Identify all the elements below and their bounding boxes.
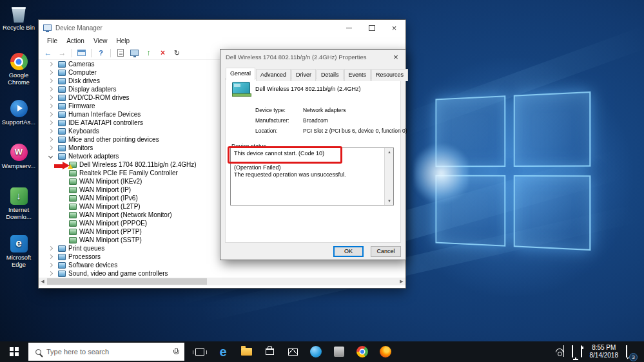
chevron-right-icon[interactable] [48, 263, 53, 267]
taskbar-search[interactable] [28, 343, 184, 361]
scrollbar-thumb[interactable] [47, 278, 207, 285]
help-icon[interactable]: ? [96, 48, 106, 58]
device-icon [69, 212, 77, 218]
windows-start-icon [10, 347, 19, 356]
tab-events[interactable]: Events [344, 69, 371, 81]
scroll-right-arrow-icon[interactable]: ▶ [398, 278, 405, 285]
minimize-button[interactable] [338, 20, 360, 35]
taskbar-clock[interactable]: 8:55 PM 8/14/2018 [590, 344, 619, 359]
battery-tray-icon[interactable] [581, 346, 582, 357]
device-icon [69, 195, 77, 202]
menu-view[interactable]: View [89, 37, 112, 44]
taskbar-icon-firefox[interactable] [374, 341, 397, 362]
desktop-icon-wampserver[interactable]: Wampserv... [1, 144, 36, 170]
device-icon [69, 178, 77, 185]
update-driver-icon[interactable]: ↑ [144, 48, 153, 58]
chevron-right-icon[interactable] [48, 120, 53, 125]
export-list-glyph [117, 49, 124, 57]
close-button[interactable] [383, 20, 405, 35]
device-icon [58, 128, 66, 135]
tab-advanced[interactable]: Advanced [256, 69, 291, 81]
microphone-icon[interactable] [173, 348, 178, 356]
chevron-right-icon[interactable] [48, 79, 53, 83]
tab-driver[interactable]: Driver [291, 69, 316, 81]
cancel-button[interactable]: Cancel [371, 246, 401, 257]
taskbar-icon-file-explorer[interactable] [235, 341, 258, 362]
system-tray: 8:55 PM 8/14/2018 3 [556, 341, 644, 362]
dm-menubar: FileActionViewHelp [39, 35, 405, 46]
annotation-arrow-shaft [54, 164, 63, 168]
chevron-right-icon[interactable] [48, 146, 53, 150]
chevron-right-icon[interactable] [48, 254, 53, 259]
tab-resources[interactable]: Resources [371, 69, 408, 81]
desktop-icon-recycle-bin[interactable]: Recycle Bin [1, 5, 36, 32]
chevron-right-icon[interactable] [48, 246, 53, 251]
taskbar-icon-mail[interactable] [281, 341, 304, 362]
chevron-right-icon[interactable] [48, 70, 53, 75]
desktop-icon-supportassist[interactable]: SupportAs... [1, 100, 36, 126]
menu-help[interactable]: Help [112, 37, 134, 44]
scroll-down-arrow-icon[interactable]: ▼ [385, 197, 394, 205]
tree-item[interactable]: Sound, video and game controllers [39, 269, 405, 278]
wallpaper-light-core [414, 143, 469, 204]
firefox-icon [380, 346, 391, 357]
scroll-left-arrow-icon[interactable]: ◀ [39, 278, 46, 285]
chevron-right-icon[interactable] [48, 62, 53, 66]
tree-item-label: Sound, video and game controllers [68, 270, 168, 277]
chevron-right-icon[interactable] [48, 112, 53, 117]
toolbar-separator [110, 49, 111, 57]
scroll-up-arrow-icon[interactable]: ▲ [385, 148, 394, 156]
field-label: Manufacturer: [255, 118, 303, 124]
maximize-button[interactable] [360, 20, 383, 35]
forward-icon[interactable]: → [57, 48, 67, 58]
field-label: Location: [255, 128, 303, 134]
start-button[interactable] [0, 341, 28, 362]
scan-hardware-icon[interactable]: ↻ [172, 48, 182, 58]
taskbar-icon-store[interactable] [258, 341, 281, 362]
properties-icon[interactable] [130, 48, 139, 58]
tree-item-label: Display adapters [68, 86, 116, 93]
device-manager-app-icon [43, 24, 52, 31]
uninstall-device-icon[interactable]: × [158, 48, 168, 58]
taskbar-icon-chrome[interactable] [351, 341, 374, 362]
taskbar-icon-skype[interactable] [304, 341, 327, 362]
chevron-right-icon[interactable] [48, 271, 53, 276]
tree-item-label: Firmware [68, 102, 95, 110]
desktop-icon-edge[interactable]: Microsoft Edge [1, 235, 36, 268]
tab-details[interactable]: Details [317, 69, 344, 81]
ok-button[interactable]: OK [333, 246, 364, 257]
dialog-close-button[interactable] [386, 50, 405, 64]
chevron-right-icon[interactable] [48, 87, 53, 91]
taskbar: e 8:55 PM 8/14/2018 3 [0, 341, 644, 362]
tab-general[interactable]: General [226, 68, 255, 80]
search-input[interactable] [46, 348, 159, 356]
clock-time: 8:55 PM [590, 344, 619, 352]
console-window-icon[interactable] [77, 48, 86, 58]
chevron-down-icon[interactable] [48, 154, 53, 158]
vertical-scrollbar[interactable]: ▲ ▼ [384, 148, 393, 205]
desktop-icon-idm[interactable]: Internet Downlo... [1, 187, 36, 220]
device-icon [69, 237, 77, 243]
horizontal-scrollbar[interactable]: ◀ ▶ [39, 278, 405, 285]
back-icon[interactable]: ← [43, 48, 53, 58]
action-center-icon[interactable] [626, 346, 627, 357]
status-line: The requested operation was unsuccessful… [234, 171, 380, 178]
menu-action[interactable]: Action [62, 37, 89, 44]
tree-item[interactable]: Software devices [39, 261, 405, 269]
taskbar-icon-task-view[interactable] [188, 341, 211, 362]
export-list-icon[interactable] [115, 48, 125, 58]
device-icon [58, 86, 66, 93]
device-icon [58, 103, 66, 110]
dialog-titlebar[interactable]: Dell Wireless 1704 802.11b/g/n (2.4GHz) … [220, 50, 405, 64]
taskbar-icon-edge[interactable]: e [211, 341, 235, 362]
taskbar-icon-app[interactable] [327, 341, 351, 362]
chevron-right-icon[interactable] [48, 104, 53, 108]
network-tray-icon[interactable] [572, 346, 573, 357]
desktop-icon-chrome[interactable]: Google Chrome [1, 53, 36, 86]
chevron-right-icon[interactable] [48, 95, 53, 100]
chevron-right-icon[interactable] [48, 137, 53, 142]
menu-file[interactable]: File [43, 37, 62, 44]
chevron-right-icon[interactable] [48, 129, 53, 133]
dm-titlebar[interactable]: Device Manager [39, 20, 405, 35]
device-icon [69, 170, 77, 176]
